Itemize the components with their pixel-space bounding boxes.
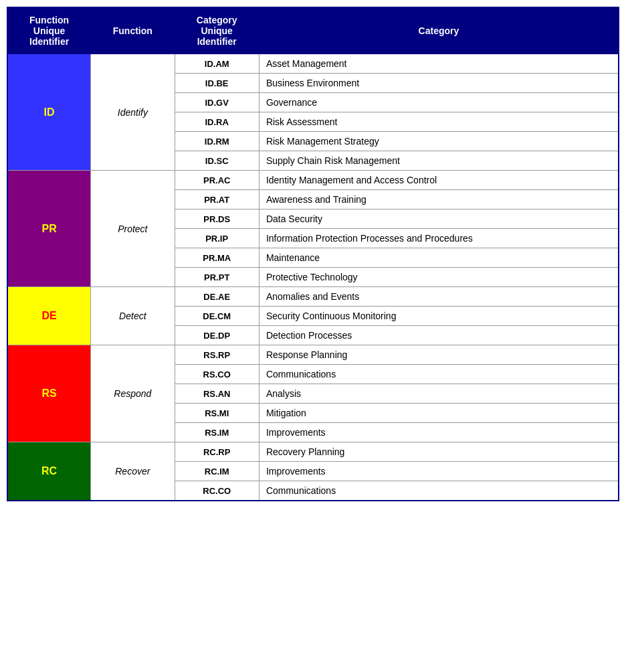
category-name-cell: Maintenance xyxy=(259,248,619,268)
function-id-cell: PR xyxy=(7,171,91,287)
table-row: RSRespondRS.RPResponse Planning xyxy=(7,345,619,365)
category-name-cell: Detection Processes xyxy=(259,326,619,345)
function-name-cell: Identify xyxy=(91,54,175,171)
category-id-cell: ID.GV xyxy=(175,93,259,112)
function-id-cell: DE xyxy=(7,287,91,345)
category-id-cell: PR.AT xyxy=(175,190,259,209)
category-name-cell: Communications xyxy=(259,481,619,501)
category-id-cell: ID.RM xyxy=(175,132,259,151)
table-row: PRProtectPR.ACIdentity Management and Ac… xyxy=(7,171,619,190)
category-id-cell: RS.MI xyxy=(175,404,259,423)
header-function-id: FunctionUniqueIdentifier xyxy=(7,7,91,54)
function-name-cell: Recover xyxy=(91,442,175,501)
table-row: IDIdentifyID.AMAsset Management xyxy=(7,54,619,74)
header-function: Function xyxy=(91,7,175,54)
function-id-cell: RS xyxy=(7,345,91,442)
table-row: RCRecoverRC.RPRecovery Planning xyxy=(7,442,619,462)
category-name-cell: Communications xyxy=(259,365,619,384)
category-id-cell: RS.CO xyxy=(175,365,259,384)
function-name-cell: Respond xyxy=(91,345,175,442)
function-id-cell: RC xyxy=(7,442,91,501)
category-id-cell: ID.RA xyxy=(175,112,259,132)
category-name-cell: Improvements xyxy=(259,462,619,481)
category-name-cell: Analysis xyxy=(259,384,619,404)
function-name-cell: Protect xyxy=(91,171,175,287)
category-name-cell: Awareness and Training xyxy=(259,190,619,209)
category-id-cell: PR.IP xyxy=(175,229,259,248)
category-id-cell: RC.CO xyxy=(175,481,259,501)
main-table-wrapper: FunctionUniqueIdentifier Function Catego… xyxy=(7,7,619,501)
category-name-cell: Anomalies and Events xyxy=(259,287,619,307)
category-id-cell: DE.AE xyxy=(175,287,259,307)
category-id-cell: PR.DS xyxy=(175,209,259,229)
header-category-id: CategoryUniqueIdentifier xyxy=(175,7,259,54)
category-name-cell: Risk Assessment xyxy=(259,112,619,132)
category-id-cell: ID.BE xyxy=(175,74,259,93)
category-name-cell: Recovery Planning xyxy=(259,442,619,462)
function-name-cell: Detect xyxy=(91,287,175,345)
category-name-cell: Mitigation xyxy=(259,404,619,423)
category-id-cell: RC.IM xyxy=(175,462,259,481)
category-id-cell: RC.RP xyxy=(175,442,259,462)
category-name-cell: Business Environment xyxy=(259,74,619,93)
header-category: Category xyxy=(259,7,619,54)
category-id-cell: PR.MA xyxy=(175,248,259,268)
function-id-cell: ID xyxy=(7,54,91,171)
category-name-cell: Asset Management xyxy=(259,54,619,74)
category-id-cell: ID.AM xyxy=(175,54,259,74)
category-id-cell: RS.AN xyxy=(175,384,259,404)
category-id-cell: ID.SC xyxy=(175,151,259,171)
category-id-cell: PR.AC xyxy=(175,171,259,190)
table-row: DEDetectDE.AEAnomalies and Events xyxy=(7,287,619,307)
category-name-cell: Response Planning xyxy=(259,345,619,365)
category-name-cell: Identity Management and Access Control xyxy=(259,171,619,190)
category-name-cell: Improvements xyxy=(259,423,619,442)
category-name-cell: Security Continuous Monitoring xyxy=(259,307,619,326)
category-id-cell: PR.PT xyxy=(175,268,259,287)
category-id-cell: DE.DP xyxy=(175,326,259,345)
category-name-cell: Governance xyxy=(259,93,619,112)
category-name-cell: Data Security xyxy=(259,209,619,229)
category-id-cell: DE.CM xyxy=(175,307,259,326)
nist-csf-table: FunctionUniqueIdentifier Function Catego… xyxy=(7,7,619,501)
category-name-cell: Information Protection Processes and Pro… xyxy=(259,229,619,248)
category-id-cell: RS.IM xyxy=(175,423,259,442)
category-name-cell: Risk Management Strategy xyxy=(259,132,619,151)
category-name-cell: Supply Chain Risk Management xyxy=(259,151,619,171)
category-name-cell: Protective Technology xyxy=(259,268,619,287)
header-row: FunctionUniqueIdentifier Function Catego… xyxy=(7,7,619,54)
category-id-cell: RS.RP xyxy=(175,345,259,365)
